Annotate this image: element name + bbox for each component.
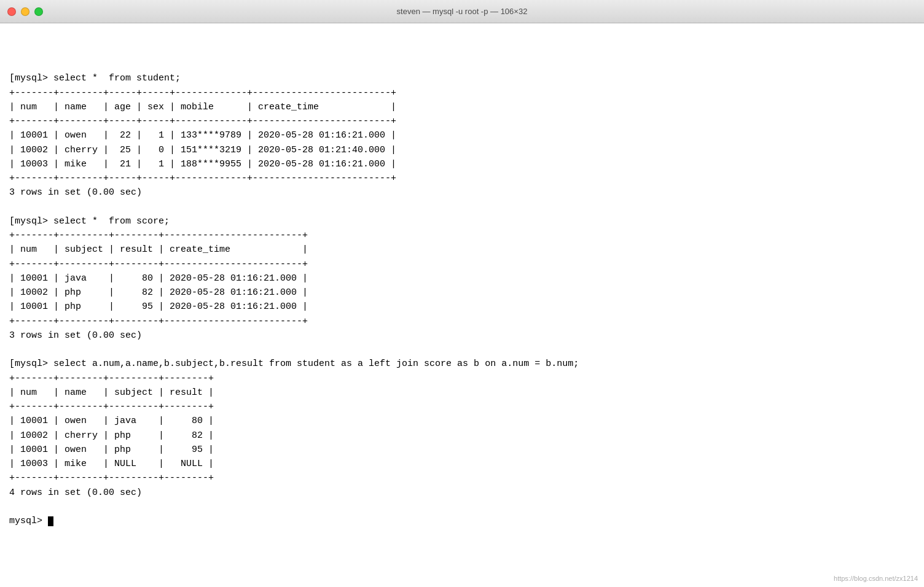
terminal-window: steven — mysql -u root -p — 106×32 [mysq… [0,0,924,587]
close-button[interactable] [7,7,16,16]
window-title: steven — mysql -u root -p — 106×32 [397,7,528,16]
window-controls [7,7,43,16]
terminal-cursor [48,516,53,526]
watermark: https://blog.csdn.net/zx1214 [834,575,918,582]
maximize-button[interactable] [34,7,43,16]
terminal-output: [mysql> select * from student; +-------+… [9,57,915,543]
terminal-body[interactable]: [mysql> select * from student; +-------+… [0,23,924,587]
titlebar: steven — mysql -u root -p — 106×32 [0,0,924,23]
minimize-button[interactable] [21,7,29,16]
